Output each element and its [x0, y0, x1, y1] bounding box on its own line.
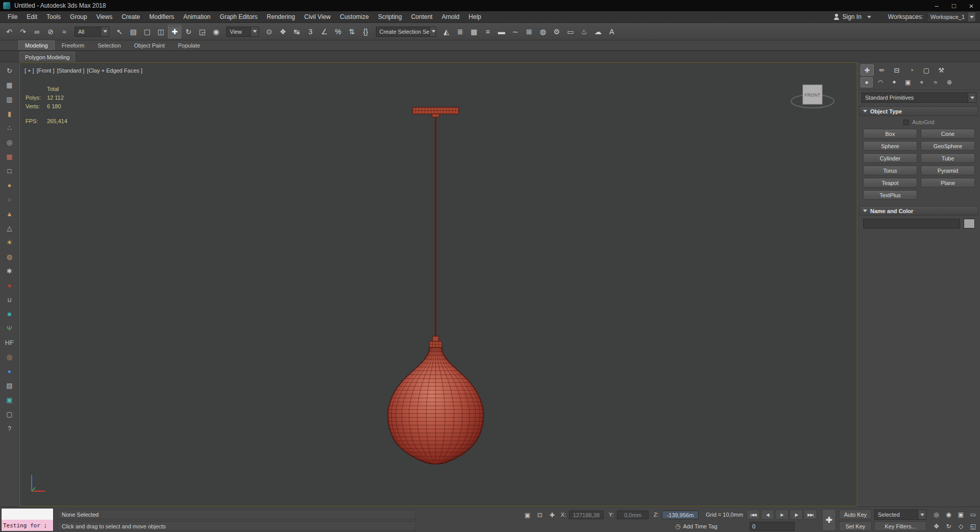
- object-type-button[interactable]: TextPlus: [863, 190, 917, 200]
- isolate-selection-toggle[interactable]: ▣: [522, 510, 533, 520]
- grid-tool[interactable]: ▦: [4, 80, 16, 90]
- sun-light-tool[interactable]: ☀: [4, 237, 16, 247]
- pan-button[interactable]: ✥: [930, 521, 942, 531]
- undo-button[interactable]: ↶: [3, 25, 16, 38]
- object-type-button[interactable]: Torus: [863, 166, 917, 175]
- viewport-label-segment[interactable]: [ + ]: [25, 67, 34, 74]
- y-coordinate-field[interactable]: [617, 511, 649, 519]
- macro-recorder-line[interactable]: [2, 508, 53, 520]
- select-and-rotate-button[interactable]: ↻: [182, 25, 195, 38]
- spreadsheet-tool[interactable]: ▥: [4, 94, 16, 104]
- geometry-category[interactable]: ●: [861, 77, 873, 87]
- ribbon-tab-freeform[interactable]: Freeform: [56, 41, 91, 50]
- sphere-tool[interactable]: ●: [4, 180, 16, 190]
- auto-key-button[interactable]: Auto Key: [839, 510, 872, 519]
- object-type-button[interactable]: Tube: [921, 153, 975, 163]
- go-to-start-button[interactable]: |◀◀: [747, 510, 760, 520]
- menu-item[interactable]: Scripting: [373, 12, 407, 22]
- object-type-rollout-header[interactable]: Object Type: [859, 106, 978, 116]
- layer-explorer-toggle-button[interactable]: ≡: [481, 25, 494, 38]
- window-crossing-toggle-button[interactable]: ◫: [154, 25, 168, 38]
- help-tool[interactable]: ?: [4, 423, 16, 433]
- cone-tool[interactable]: ▲: [4, 209, 16, 219]
- helpers-category[interactable]: ⌖: [916, 77, 928, 87]
- workspace-dropdown[interactable]: Workspace_1: [927, 12, 976, 22]
- angle-snap-toggle-button[interactable]: ∠: [318, 25, 331, 38]
- select-object-button[interactable]: ↖: [113, 25, 126, 38]
- menu-item[interactable]: Group: [65, 12, 91, 22]
- foliage-tool[interactable]: Ψ: [4, 323, 16, 333]
- menu-item[interactable]: Rendering: [262, 12, 299, 22]
- hf-tool[interactable]: HF: [4, 337, 16, 348]
- rectangular-selection-region-button[interactable]: ▢: [140, 25, 154, 38]
- cylinder-tool[interactable]: ▮: [4, 108, 16, 119]
- zoom-all-button[interactable]: ◉: [943, 510, 954, 520]
- systems-category[interactable]: ⊛: [943, 77, 955, 87]
- ribbon-tab-selection[interactable]: Selection: [91, 41, 127, 50]
- monitor-tool[interactable]: ▢: [4, 409, 16, 419]
- percent-snap-toggle-button[interactable]: %: [331, 25, 345, 38]
- menu-item[interactable]: Help: [464, 12, 486, 22]
- menu-item[interactable]: Content: [407, 12, 437, 22]
- viewport-front[interactable]: [ + ][Front ][Standard ][Clay + Edged Fa…: [19, 62, 857, 506]
- set-key-button[interactable]: Set Key: [839, 521, 872, 531]
- material-editor-button[interactable]: ◍: [536, 25, 549, 38]
- motion-tab[interactable]: ◔: [905, 64, 918, 76]
- pyramid-tool[interactable]: △: [4, 223, 16, 233]
- menu-item[interactable]: Create: [117, 12, 145, 22]
- chevron-down-icon[interactable]: [867, 16, 871, 18]
- keyboard-shortcut-override-button[interactable]: ↹: [290, 25, 303, 38]
- utilities-tab[interactable]: ⚒: [935, 64, 948, 76]
- viewport-label-segment[interactable]: [Clay + Edged Faces ]: [87, 67, 142, 74]
- red-sphere-tool[interactable]: ●: [4, 280, 16, 290]
- lamp-3d-model[interactable]: [19, 62, 857, 505]
- hierarchy-tab[interactable]: ⊟: [890, 64, 903, 76]
- absolute-offset-mode-toggle[interactable]: ✚: [546, 510, 558, 520]
- object-type-button[interactable]: Plane: [921, 178, 975, 188]
- teal-cube-tool[interactable]: ■: [4, 309, 16, 319]
- named-selection-sets-dropdown[interactable]: Create Selection Se: [376, 27, 436, 37]
- object-type-button[interactable]: Cone: [921, 129, 975, 138]
- close-button[interactable]: ×: [963, 0, 980, 11]
- plus-button[interactable]: ✚: [822, 509, 836, 531]
- menu-item[interactable]: Edit: [22, 12, 42, 22]
- z-coordinate-field[interactable]: [662, 511, 699, 519]
- cameras-category[interactable]: ▣: [902, 77, 914, 87]
- select-and-link-button[interactable]: ∞: [30, 25, 43, 38]
- orbit-button[interactable]: ↻: [943, 521, 954, 531]
- polygon-modeling-tab[interactable]: Polygon Modeling: [19, 52, 75, 62]
- swirl-tool[interactable]: ◎: [4, 137, 16, 147]
- edit-named-selection-sets-button[interactable]: {}: [359, 25, 372, 38]
- spray-tool[interactable]: ∴: [4, 123, 16, 133]
- object-type-button[interactable]: Cylinder: [863, 153, 917, 163]
- menu-item[interactable]: Tools: [42, 12, 65, 22]
- menu-item[interactable]: Civil View: [300, 12, 336, 22]
- object-color-swatch[interactable]: [964, 219, 975, 228]
- primitives-category-dropdown[interactable]: Standard Primitives: [862, 92, 976, 103]
- ribbon-toggle-button[interactable]: ▬: [495, 25, 508, 38]
- menu-item[interactable]: Modifiers: [145, 12, 179, 22]
- box-tool[interactable]: □: [4, 166, 16, 176]
- select-and-scale-button[interactable]: ◲: [196, 25, 209, 38]
- sign-in-button[interactable]: Sign In: [843, 13, 862, 20]
- arnold-renderview-button[interactable]: A: [605, 25, 618, 38]
- shapes-category[interactable]: ◠: [874, 77, 887, 87]
- viewcube[interactable]: FRONT: [787, 78, 838, 117]
- go-to-end-button[interactable]: ▶▶|: [804, 510, 817, 520]
- add-time-tag[interactable]: ◷ Add Time Tag: [675, 523, 718, 530]
- lights-category[interactable]: ✦: [888, 77, 900, 87]
- key-filters-button[interactable]: Key Filters...: [874, 521, 926, 531]
- redo-button[interactable]: ↷: [16, 25, 30, 38]
- bind-to-space-warp-button[interactable]: ≈: [58, 25, 71, 38]
- menu-item[interactable]: Views: [91, 12, 117, 22]
- select-by-name-button[interactable]: ▤: [127, 25, 140, 38]
- maxscript-mini-listener[interactable]: Testing for ;: [1, 508, 54, 531]
- previous-frame-button[interactable]: ◀|: [761, 510, 774, 520]
- x-coordinate-field[interactable]: [569, 511, 604, 519]
- render-setup-button[interactable]: ⚙: [550, 25, 563, 38]
- snaps-toggle-button[interactable]: 3: [304, 25, 317, 38]
- menu-item[interactable]: Graph Editors: [215, 12, 262, 22]
- object-type-button[interactable]: Teapot: [863, 178, 917, 188]
- next-frame-button[interactable]: |▶: [790, 510, 803, 520]
- zoom-region-button[interactable]: ▭: [967, 510, 979, 520]
